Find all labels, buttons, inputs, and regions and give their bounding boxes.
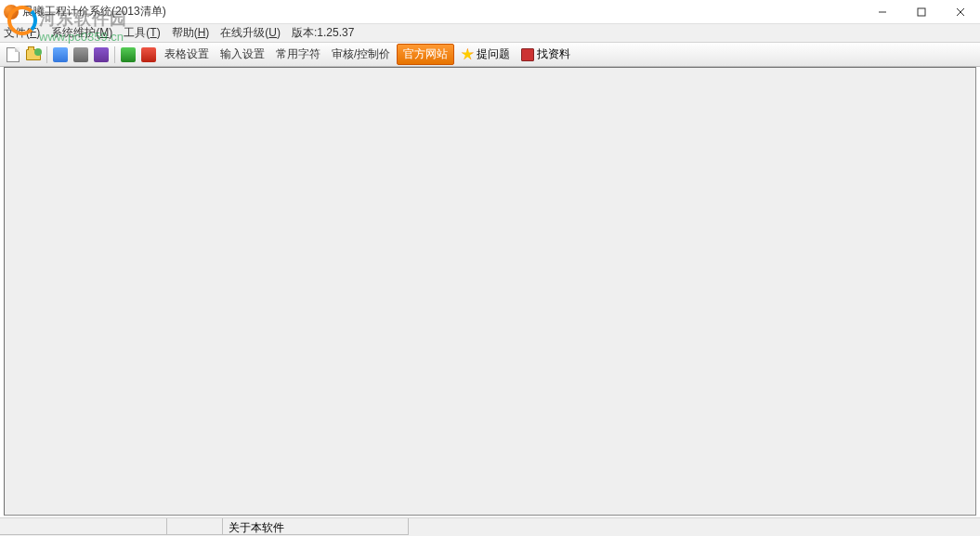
green-icon — [121, 47, 136, 62]
statusbar: 关于本软件 — [0, 517, 980, 536]
menubar: 文件(F) 系统维护(M) 工具(T) 帮助(H) 在线升级(U) 版本:1.2… — [0, 24, 980, 43]
toolbar-new-button[interactable] — [4, 46, 22, 64]
toolbar-input-settings[interactable]: 输入设置 — [216, 44, 269, 65]
menu-version: 版本:1.25.37 — [292, 25, 354, 41]
status-cell-3: 关于本软件 — [223, 518, 409, 535]
toolbar-find-material[interactable]: 找资料 — [516, 44, 575, 65]
toolbar-icon-6[interactable] — [119, 46, 137, 64]
toolbar-icon-5[interactable] — [92, 46, 111, 64]
toolbar-ask-question[interactable]: 提问题 — [456, 44, 515, 65]
main-content-area — [4, 67, 976, 516]
ask-question-label: 提问题 — [477, 46, 510, 62]
minimize-button[interactable] — [863, 0, 902, 24]
maximize-button[interactable] — [902, 0, 941, 24]
menu-tools[interactable]: 工具(T) — [124, 25, 160, 41]
open-folder-icon — [26, 49, 41, 60]
toolbar-separator — [46, 46, 47, 63]
red-icon — [141, 47, 156, 62]
toolbar-common-chars[interactable]: 常用字符 — [271, 44, 325, 65]
menu-maintain[interactable]: 系统维护(M) — [51, 25, 112, 41]
purple-icon — [94, 47, 109, 62]
gray-icon — [73, 47, 88, 62]
toolbar-icon-3[interactable] — [51, 46, 70, 64]
status-cell-2 — [167, 518, 223, 535]
status-cell-1 — [0, 518, 167, 535]
toolbar-table-settings[interactable]: 表格设置 — [160, 44, 214, 65]
menu-upgrade[interactable]: 在线升级(U) — [220, 25, 281, 41]
close-button[interactable] — [941, 0, 980, 24]
blue-icon — [53, 47, 68, 62]
toolbar-icon-4[interactable] — [72, 46, 90, 64]
new-file-icon — [7, 47, 20, 62]
toolbar-separator — [114, 46, 115, 63]
toolbar-audit-control[interactable]: 审核/控制价 — [327, 44, 395, 65]
minimize-icon — [878, 7, 887, 17]
menu-file[interactable]: 文件(F) — [4, 25, 40, 41]
menu-help[interactable]: 帮助(H) — [172, 25, 210, 41]
book-icon — [521, 48, 534, 61]
star-icon — [461, 48, 474, 61]
window-controls — [863, 0, 980, 23]
toolbar-official-site[interactable]: 官方网站 — [397, 44, 454, 65]
toolbar: 表格设置 输入设置 常用字符 审核/控制价 官方网站 提问题 找资料 — [0, 43, 980, 67]
window-title: 晨曦工程计价系统(2013清单) — [22, 4, 166, 20]
app-icon — [4, 5, 19, 20]
close-icon — [956, 7, 965, 17]
titlebar: 晨曦工程计价系统(2013清单) — [0, 0, 980, 24]
toolbar-icon-7[interactable] — [139, 46, 158, 64]
svg-rect-1 — [918, 8, 925, 16]
find-material-label: 找资料 — [537, 46, 570, 62]
toolbar-open-button[interactable] — [24, 46, 43, 64]
maximize-icon — [917, 7, 926, 17]
